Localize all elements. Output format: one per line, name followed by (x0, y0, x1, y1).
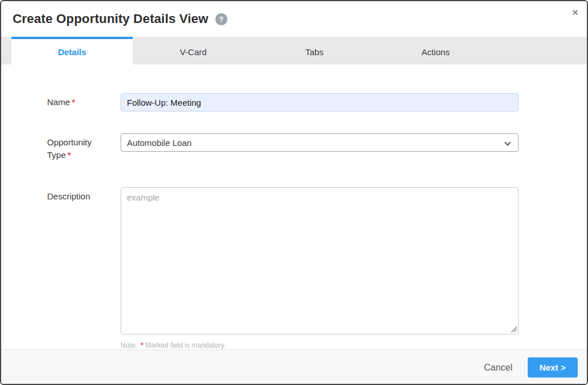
mandatory-note: Note: * Marked field is mandatory. (121, 341, 519, 349)
selected-option: Automobile Loan (127, 138, 192, 148)
page-title: Create Opportunity Details View (13, 11, 208, 26)
description-label: Description (47, 187, 121, 334)
description-row: Description (47, 187, 519, 334)
create-opportunity-dialog: Create Opportunity Details View ? ✕ Deta… (0, 0, 588, 385)
resize-handle[interactable] (511, 326, 517, 332)
required-marker: * (141, 341, 144, 349)
name-row: Name* (47, 93, 519, 111)
required-marker: * (72, 97, 75, 107)
opportunity-type-label: Opportunity Type* (47, 133, 121, 161)
dialog-header: Create Opportunity Details View ? ✕ (1, 1, 587, 37)
help-icon[interactable]: ? (215, 13, 227, 25)
tab-tabs[interactable]: Tabs (254, 37, 375, 64)
name-input[interactable] (121, 93, 519, 111)
opportunity-type-select[interactable]: Automobile Loan (121, 133, 519, 152)
cancel-button[interactable]: Cancel (484, 363, 513, 373)
tab-bar: Details V-Card Tabs Actions (1, 37, 587, 64)
description-textarea[interactable] (121, 187, 519, 334)
chevron-down-icon (504, 139, 510, 145)
tab-vcard[interactable]: V-Card (133, 37, 254, 64)
opportunity-type-row: Opportunity Type* Automobile Loan (47, 133, 519, 161)
next-button[interactable]: Next > (528, 357, 578, 378)
close-icon[interactable]: ✕ (569, 6, 581, 19)
name-label: Name* (47, 93, 121, 111)
tab-actions[interactable]: Actions (375, 37, 496, 64)
tab-details[interactable]: Details (11, 37, 133, 64)
required-marker: * (68, 150, 71, 160)
details-form: Name* Opportunity Type* Automobile Loan … (1, 64, 587, 349)
dialog-footer: Cancel Next > (1, 349, 587, 385)
